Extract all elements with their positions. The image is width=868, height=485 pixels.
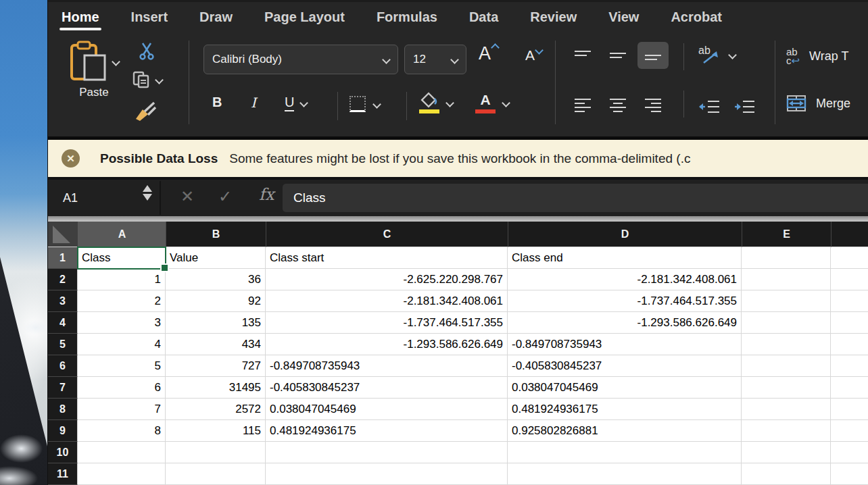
- cell-F11[interactable]: [831, 463, 868, 485]
- merge-center-button[interactable]: Merge: [786, 95, 850, 112]
- row-header-8[interactable]: 8: [48, 399, 78, 420]
- cell-B2[interactable]: 36: [166, 269, 266, 290]
- cell-F1[interactable]: [831, 247, 868, 269]
- cell-C1[interactable]: Class start: [266, 247, 508, 269]
- cell-C8[interactable]: 0.038047045469: [266, 399, 508, 420]
- select-all-button[interactable]: [48, 222, 78, 247]
- cell-D8[interactable]: 0.481924936175: [508, 399, 742, 420]
- tab-view[interactable]: View: [608, 2, 639, 32]
- cell-E6[interactable]: [742, 355, 831, 377]
- font-color-button[interactable]: A: [475, 92, 509, 113]
- align-left-button[interactable]: [567, 92, 598, 119]
- grow-font-button[interactable]: A: [479, 43, 498, 64]
- paste-button[interactable]: Paste: [63, 41, 125, 99]
- cell-E8[interactable]: [742, 399, 831, 420]
- tab-page-layout[interactable]: Page Layout: [264, 2, 345, 32]
- tab-insert[interactable]: Insert: [131, 2, 168, 32]
- cell-A5[interactable]: 4: [78, 334, 166, 355]
- formula-input[interactable]: Class: [283, 184, 868, 212]
- cell-D6[interactable]: -0.405830845237: [508, 355, 742, 377]
- cell-F6[interactable]: [831, 355, 868, 377]
- cell-E3[interactable]: [742, 290, 831, 312]
- column-header-E[interactable]: E: [742, 222, 831, 247]
- enter-check-icon[interactable]: ✓: [218, 187, 232, 206]
- cell-D7[interactable]: 0.038047045469: [508, 377, 742, 399]
- tab-review[interactable]: Review: [530, 2, 577, 32]
- format-painter-button[interactable]: [135, 100, 158, 122]
- cell-B9[interactable]: 115: [166, 420, 266, 442]
- cell-C2[interactable]: -2.625.220.298.767: [266, 269, 508, 290]
- cell-F9[interactable]: [831, 420, 868, 442]
- align-bottom-button[interactable]: [637, 42, 669, 69]
- row-header-11[interactable]: 11: [48, 463, 78, 485]
- cell-C9[interactable]: 0.481924936175: [266, 420, 508, 442]
- cell-E1[interactable]: [742, 247, 831, 269]
- row-header-6[interactable]: 6: [48, 355, 78, 377]
- row-header-5[interactable]: 5: [48, 334, 78, 355]
- cell-B5[interactable]: 434: [166, 334, 266, 355]
- align-right-button[interactable]: [637, 92, 669, 119]
- cell-C3[interactable]: -2.181.342.408.061: [266, 290, 508, 312]
- row-header-7[interactable]: 7: [48, 377, 78, 399]
- cell-A3[interactable]: 2: [78, 290, 166, 312]
- bold-button[interactable]: B: [212, 95, 222, 110]
- row-header-9[interactable]: 9: [48, 420, 78, 442]
- cell-A4[interactable]: 3: [78, 312, 166, 334]
- align-center-button[interactable]: [602, 92, 633, 119]
- cell-E11[interactable]: [742, 463, 831, 485]
- cut-button[interactable]: [137, 42, 156, 61]
- italic-button[interactable]: I: [251, 95, 256, 111]
- cell-B3[interactable]: 92: [166, 290, 266, 312]
- cancel-icon[interactable]: ✕: [180, 187, 194, 206]
- align-top-button[interactable]: [567, 42, 598, 69]
- cell-F7[interactable]: [831, 377, 868, 399]
- insert-function-icon[interactable]: fx: [259, 185, 274, 204]
- cell-B4[interactable]: 135: [166, 312, 266, 334]
- cell-C10[interactable]: [266, 442, 508, 463]
- spinner-down-icon[interactable]: [143, 194, 152, 201]
- cell-A6[interactable]: 5: [78, 355, 166, 377]
- tab-acrobat[interactable]: Acrobat: [671, 2, 722, 32]
- row-header-1[interactable]: 1: [48, 247, 78, 269]
- row-header-3[interactable]: 3: [48, 290, 78, 312]
- decrease-indent-button[interactable]: [694, 93, 725, 120]
- wrap-text-button[interactable]: ab c↩ Wrap T: [786, 47, 848, 65]
- cell-F2[interactable]: [831, 269, 868, 290]
- cell-A11[interactable]: [78, 463, 166, 485]
- cell-F10[interactable]: [831, 442, 868, 463]
- cell-D1[interactable]: Class end: [508, 247, 742, 269]
- cell-D4[interactable]: -1.293.586.626.649: [508, 312, 742, 334]
- cell-A7[interactable]: 6: [78, 377, 166, 399]
- column-header-B[interactable]: B: [166, 222, 266, 247]
- copy-button[interactable]: [132, 70, 162, 89]
- increase-indent-button[interactable]: [729, 93, 761, 120]
- tab-draw[interactable]: Draw: [199, 2, 233, 32]
- cell-E4[interactable]: [742, 312, 831, 334]
- cell-A10[interactable]: [78, 442, 166, 463]
- cell-A1[interactable]: Class: [78, 247, 166, 269]
- cell-C4[interactable]: -1.737.464.517.355: [266, 312, 508, 334]
- column-header-partial[interactable]: [831, 222, 868, 247]
- underline-button[interactable]: U: [285, 95, 307, 111]
- cell-F5[interactable]: [831, 334, 868, 355]
- row-header-10[interactable]: 10: [48, 442, 78, 463]
- name-box[interactable]: A1: [53, 184, 155, 212]
- cell-C5[interactable]: -1.293.586.626.649: [266, 334, 508, 355]
- cell-E5[interactable]: [742, 334, 831, 355]
- cell-F3[interactable]: [831, 290, 868, 312]
- font-name-select[interactable]: Calibri (Body): [203, 45, 398, 74]
- cell-B6[interactable]: 727: [166, 355, 266, 377]
- cell-B10[interactable]: [166, 442, 266, 463]
- paste-dropdown-chevron-icon[interactable]: [112, 57, 120, 66]
- cell-C6[interactable]: -0.849708735943: [266, 355, 508, 377]
- underline-chevron-icon[interactable]: [300, 99, 309, 107]
- tab-home[interactable]: Home: [62, 2, 99, 32]
- cell-B11[interactable]: [166, 463, 266, 485]
- font-size-select[interactable]: 12: [404, 45, 466, 74]
- column-header-C[interactable]: C: [266, 222, 508, 247]
- tab-data[interactable]: Data: [469, 2, 498, 32]
- spinner-up-icon[interactable]: [143, 185, 152, 192]
- column-header-A[interactable]: A: [78, 222, 166, 247]
- orientation-button[interactable]: ab: [698, 45, 736, 65]
- cell-A9[interactable]: 8: [78, 420, 166, 442]
